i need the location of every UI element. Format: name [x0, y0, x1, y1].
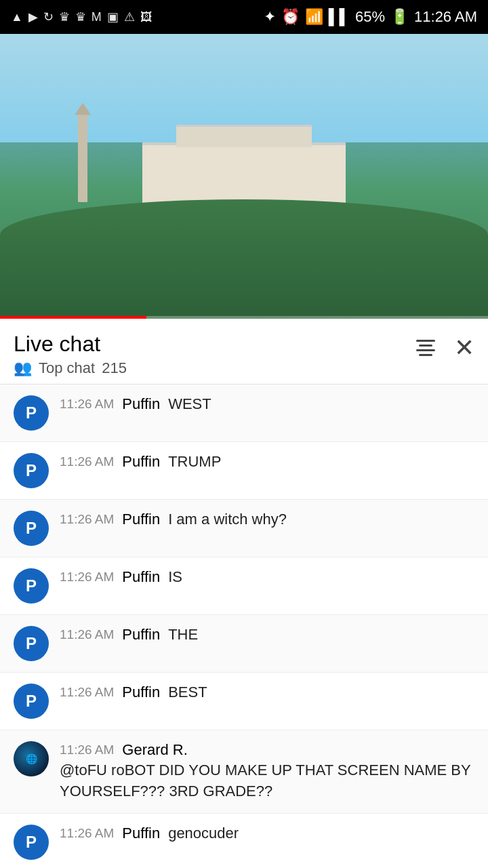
chat-header: Live chat 👥 Top chat 215 ✕ [0, 319, 488, 384]
video-progress-bar[interactable] [0, 316, 488, 319]
avatar: P [14, 825, 49, 860]
close-button[interactable]: ✕ [454, 334, 474, 362]
message-time: 11:26 AM [60, 627, 114, 642]
folder-icon: ▣ [107, 9, 119, 24]
chat-subtitle: 👥 Top chat 215 [14, 359, 127, 377]
wifi-icon: 📶 [305, 8, 323, 26]
filter-button[interactable] [416, 340, 435, 356]
message-content: 11:26 AM Puffin BEST [60, 684, 474, 701]
message-time: 11:26 AM [60, 397, 114, 412]
chat-header-left: Live chat 👥 Top chat 215 [14, 331, 127, 377]
signal-icon: ▌▌ [329, 8, 350, 26]
status-bar-right: ✦ ⏰ 📶 ▌▌ 65% 🔋 11:26 AM [264, 8, 477, 26]
message-time: 11:26 AM [60, 826, 114, 841]
table-row: P 11:26 AM Puffin TRUMP [0, 442, 488, 500]
message-text: WEST [168, 395, 211, 413]
battery-text: 65% [355, 8, 385, 26]
chat-header-right: ✕ [416, 331, 474, 362]
message-author: Puffin [122, 395, 160, 413]
table-row: P 11:26 AM Puffin THE [0, 615, 488, 673]
status-bar-icons: ▲ ▶ ↻ ♛ ♛ M ▣ ⚠ 🖼 [11, 9, 152, 24]
time-display: 11:26 AM [414, 8, 477, 26]
status-bar: ▲ ▶ ↻ ♛ ♛ M ▣ ⚠ 🖼 ✦ ⏰ 📶 ▌▌ 65% 🔋 11:26 A… [0, 0, 488, 34]
avatar: 🌐 [14, 741, 49, 776]
message-content: 11:26 AM Gerard R. @toFU roBOT DID YOU M… [60, 741, 474, 802]
video-monument [78, 114, 87, 202]
message-content: 11:26 AM Puffin WEST [60, 395, 474, 413]
avatar: P [14, 684, 49, 719]
message-author: Puffin [122, 568, 160, 586]
crown2-icon: ♛ [75, 9, 86, 24]
table-row: P 11:26 AM Puffin genocuder [0, 814, 488, 868]
message-author: Puffin [122, 626, 160, 644]
chat-mode[interactable]: Top chat [39, 359, 95, 377]
message-text: TRUMP [168, 453, 221, 471]
message-content: 11:26 AM Puffin IS [60, 568, 474, 586]
battery-icon: 🔋 [390, 8, 409, 26]
alarm-icon: ⏰ [281, 8, 300, 26]
message-content: 11:26 AM Puffin genocuder [60, 825, 474, 842]
table-row: P 11:26 AM Puffin I am a witch why? [0, 500, 488, 557]
message-text: IS [168, 568, 182, 586]
message-content: 11:26 AM Puffin TRUMP [60, 453, 474, 471]
image-icon: 🖼 [140, 10, 152, 24]
sync-icon: ↻ [43, 9, 54, 24]
avatar: P [14, 511, 49, 546]
avatar: P [14, 395, 49, 431]
warning-icon: ⚠ [124, 9, 135, 24]
table-row: P 11:26 AM Puffin WEST [0, 384, 488, 442]
message-author: Gerard R. [122, 741, 188, 759]
live-chat-panel: Live chat 👥 Top chat 215 ✕ P [0, 319, 488, 868]
chat-title: Live chat [14, 331, 127, 357]
message-text: genocuder [168, 825, 239, 842]
avatar: P [14, 453, 49, 488]
mail-icon: M [92, 10, 102, 24]
message-time: 11:26 AM [60, 570, 114, 585]
message-author: Puffin [122, 684, 160, 701]
message-content: 11:26 AM Puffin I am a witch why? [60, 511, 474, 528]
message-author: Puffin [122, 511, 160, 528]
table-row: P 11:26 AM Puffin IS [0, 557, 488, 615]
notification-icon: ▲ [11, 10, 23, 24]
table-row: P 11:26 AM Puffin BEST [0, 673, 488, 730]
avatar: P [14, 568, 49, 604]
video-progress-fill [0, 316, 146, 319]
message-time: 11:26 AM [60, 512, 114, 527]
message-author: Puffin [122, 453, 160, 471]
video-player[interactable] [0, 34, 488, 319]
message-text: BEST [168, 684, 207, 701]
message-author: Puffin [122, 825, 160, 842]
avatar: P [14, 626, 49, 661]
youtube-icon: ▶ [28, 9, 38, 24]
video-trees [0, 199, 488, 319]
message-time: 11:26 AM [60, 454, 114, 469]
message-content: 11:26 AM Puffin THE [60, 626, 474, 644]
message-text: I am a witch why? [168, 511, 287, 528]
table-row: 🌐 11:26 AM Gerard R. @toFU roBOT DID YOU… [0, 730, 488, 814]
bluetooth-icon: ✦ [264, 8, 276, 26]
crown-icon: ♛ [59, 9, 70, 24]
viewer-count: 215 [102, 359, 127, 377]
chat-messages-list: P 11:26 AM Puffin WEST P 11:26 AM Puffin… [0, 384, 488, 868]
people-icon: 👥 [14, 359, 32, 377]
message-time: 11:26 AM [60, 743, 114, 757]
message-time: 11:26 AM [60, 685, 114, 700]
message-text: THE [168, 626, 198, 644]
message-text: @toFU roBOT DID YOU MAKE UP THAT SCREEN … [60, 760, 474, 802]
